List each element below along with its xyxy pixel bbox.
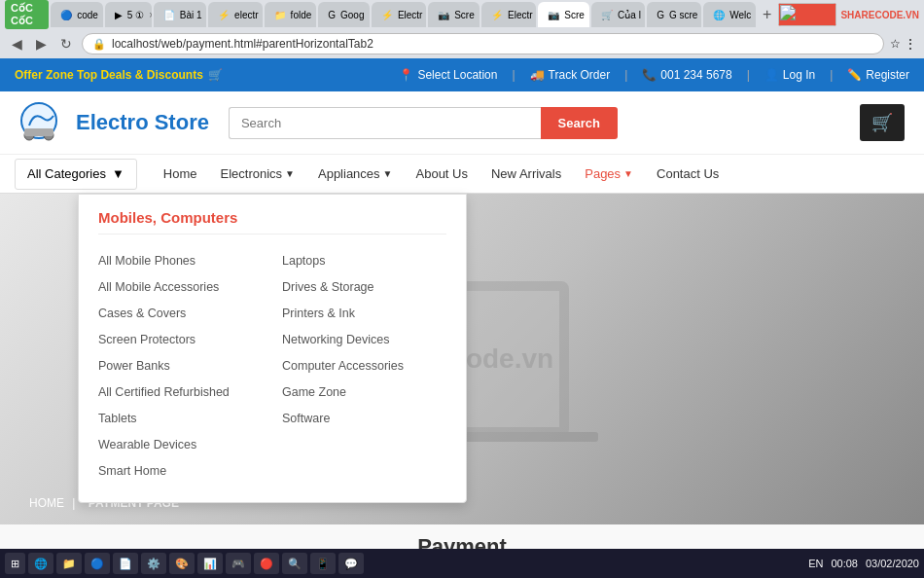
offer-text: Offer Zone Top Deals & Discounts bbox=[15, 68, 203, 82]
browser-tab[interactable]: ⚡Electr× bbox=[372, 2, 426, 27]
electronics-dropdown-menu: Mobiles, Computers All Mobile Phones All… bbox=[78, 194, 467, 503]
dropdown-item-power-banks[interactable]: Power Banks bbox=[98, 354, 263, 378]
taskbar-folder[interactable]: 📁 bbox=[56, 553, 82, 574]
nav-links: Home Electronics ▼ Appliances ▼ About Us… bbox=[152, 155, 731, 194]
browser-tab[interactable]: GG scre× bbox=[647, 2, 701, 27]
dropdown-item-laptops[interactable]: Laptops bbox=[282, 249, 446, 272]
taskbar-app2[interactable]: ⚙️ bbox=[141, 553, 166, 574]
taskbar-date: 03/02/2020 bbox=[866, 558, 919, 569]
track-order-link[interactable]: 🚚 Track Order bbox=[530, 68, 611, 82]
logo[interactable]: Electro Store bbox=[19, 101, 209, 145]
cart-icon: 🛒 bbox=[208, 68, 223, 82]
taskbar: ⊞ 🌐 📁 🔵 📄 ⚙️ 🎨 📊 🎮 🔴 🔍 📱 💬 EN 00:08 03/0… bbox=[0, 549, 924, 578]
taskbar-app5[interactable]: 🎮 bbox=[226, 553, 251, 574]
truck-icon: 🚚 bbox=[530, 68, 545, 82]
dropdown-item-tablets[interactable]: Tablets bbox=[98, 407, 263, 430]
browser-tab[interactable]: 🔵code× bbox=[51, 2, 103, 27]
forward-button[interactable]: ▶ bbox=[32, 34, 51, 54]
top-bar-right: 📍 Select Location | 🚚 Track Order | 📞 00… bbox=[399, 68, 909, 82]
logo-text: Electro Store bbox=[76, 110, 209, 135]
breadcrumb-home[interactable]: HOME bbox=[29, 496, 64, 510]
browser-brand: CốC CốC bbox=[5, 0, 49, 29]
nav-appliances[interactable]: Appliances ▼ bbox=[306, 155, 405, 194]
browser-tab[interactable]: ⚡Electr× bbox=[481, 2, 536, 27]
header: Electro Store Search 🛒 bbox=[0, 91, 924, 155]
star-icon[interactable]: ☆ bbox=[890, 37, 901, 51]
categories-label: All Categories bbox=[27, 166, 106, 181]
separator: | bbox=[624, 68, 627, 82]
nav-home[interactable]: Home bbox=[152, 155, 209, 194]
taskbar-browser[interactable]: 🔵 bbox=[85, 553, 110, 574]
select-location-link[interactable]: 📍 Select Location bbox=[399, 68, 497, 82]
taskbar-app4[interactable]: 📊 bbox=[197, 553, 223, 574]
new-tab-button[interactable]: + bbox=[758, 6, 776, 23]
phone-link[interactable]: 📞 001 234 5678 bbox=[642, 68, 731, 82]
dropdown-item-screen-protectors[interactable]: Screen Protectors bbox=[98, 328, 263, 351]
browser-tab[interactable]: 📷Scre× bbox=[428, 2, 480, 27]
login-icon: 👤 bbox=[764, 68, 779, 82]
dropdown-item-game-zone[interactable]: Game Zone bbox=[282, 380, 446, 404]
appliances-arrow-icon: ▼ bbox=[383, 168, 393, 179]
top-bar: Offer Zone Top Deals & Discounts 🛒 📍 Sel… bbox=[0, 58, 924, 91]
address-bar[interactable]: 🔒 localhost/web/payment.html#parentHoriz… bbox=[82, 33, 884, 54]
taskbar-ie[interactable]: 🌐 bbox=[28, 553, 53, 574]
categories-dropdown[interactable]: All Categories ▼ bbox=[15, 159, 137, 190]
taskbar-language: EN bbox=[808, 558, 823, 569]
dropdown-item-mobile-acc[interactable]: All Mobile Accessories bbox=[98, 275, 263, 299]
top-bar-left: Offer Zone Top Deals & Discounts 🛒 bbox=[15, 68, 223, 82]
browser-tabs: CốC CốC 🔵code× ▶5 ①× 📄Bài 1× ⚡electr× 📁f… bbox=[0, 0, 924, 29]
register-link[interactable]: ✏️ Register bbox=[847, 68, 909, 82]
dropdown-col-1: All Mobile Phones All Mobile Accessories… bbox=[98, 249, 263, 483]
search-button[interactable]: Search bbox=[541, 107, 618, 139]
cart-button[interactable]: 🛒 bbox=[860, 104, 905, 141]
logo-icon bbox=[19, 101, 68, 145]
nav-new-arrivals[interactable]: New Arrivals bbox=[480, 155, 573, 194]
phone-icon: 📞 bbox=[642, 68, 657, 82]
site-wrapper: Offer Zone Top Deals & Discounts 🛒 📍 Sel… bbox=[0, 58, 924, 578]
menu-icon[interactable]: ⋮ bbox=[905, 37, 916, 51]
nav-contact[interactable]: Contact Us bbox=[645, 155, 730, 194]
dropdown-item-printers[interactable]: Printers & Ink bbox=[282, 302, 446, 325]
search-input[interactable] bbox=[229, 107, 541, 139]
nav-electronics[interactable]: Electronics ▼ bbox=[209, 155, 306, 194]
dropdown-item-wearables[interactable]: Wearable Devices bbox=[98, 433, 263, 456]
browser-tab[interactable]: 📁folde× bbox=[265, 2, 317, 27]
separator: | bbox=[830, 68, 833, 82]
dropdown-item-cases[interactable]: Cases & Covers bbox=[98, 302, 263, 325]
separator: | bbox=[512, 68, 515, 82]
browser-tab[interactable]: ⚡electr× bbox=[208, 2, 263, 27]
start-button[interactable]: ⊞ bbox=[5, 553, 25, 574]
svg-rect-3 bbox=[24, 128, 53, 136]
dropdown-col-2: Laptops Drives & Storage Printers & Ink … bbox=[282, 249, 446, 483]
browser-tab[interactable]: 🛒Của l× bbox=[591, 2, 645, 27]
search-bar: Search bbox=[229, 107, 618, 139]
browser-tab[interactable]: ▶5 ①× bbox=[105, 2, 152, 27]
taskbar-app9[interactable]: 💬 bbox=[338, 553, 364, 574]
browser-tab-active[interactable]: 📷Scre× bbox=[538, 2, 589, 27]
login-link[interactable]: 👤 Log In bbox=[764, 68, 815, 82]
dropdown-item-all-mobile[interactable]: All Mobile Phones bbox=[98, 249, 263, 272]
pages-arrow-icon: ▼ bbox=[623, 168, 633, 179]
taskbar-app6[interactable]: 🔴 bbox=[254, 553, 279, 574]
refresh-button[interactable]: ↻ bbox=[56, 34, 76, 54]
dropdown-columns: All Mobile Phones All Mobile Accessories… bbox=[98, 249, 446, 483]
browser-tab[interactable]: GGoog× bbox=[318, 2, 370, 27]
taskbar-app8[interactable]: 📱 bbox=[310, 553, 336, 574]
url-text: localhost/web/payment.html#parentHorizon… bbox=[112, 37, 373, 51]
register-icon: ✏️ bbox=[847, 68, 862, 82]
browser-tab[interactable]: 📄Bài 1× bbox=[154, 2, 206, 27]
browser-chrome: CốC CốC 🔵code× ▶5 ①× 📄Bài 1× ⚡electr× 📁f… bbox=[0, 0, 924, 58]
back-button[interactable]: ◀ bbox=[8, 34, 26, 54]
taskbar-app1[interactable]: 📄 bbox=[113, 553, 138, 574]
dropdown-item-computer-acc[interactable]: Computer Accessories bbox=[282, 354, 446, 378]
dropdown-item-drives[interactable]: Drives & Storage bbox=[282, 275, 446, 299]
browser-tab[interactable]: 🌐Welc× bbox=[703, 2, 756, 27]
dropdown-item-software[interactable]: Software bbox=[282, 407, 446, 430]
taskbar-app3[interactable]: 🎨 bbox=[169, 553, 195, 574]
dropdown-item-networking[interactable]: Networking Devices bbox=[282, 328, 446, 351]
nav-about[interactable]: About Us bbox=[405, 155, 480, 194]
nav-pages[interactable]: Pages ▼ bbox=[573, 155, 645, 194]
taskbar-app7[interactable]: 🔍 bbox=[282, 553, 307, 574]
dropdown-item-certified[interactable]: All Certified Refurbished bbox=[98, 380, 263, 404]
dropdown-item-smart-home[interactable]: Smart Home bbox=[98, 459, 263, 483]
